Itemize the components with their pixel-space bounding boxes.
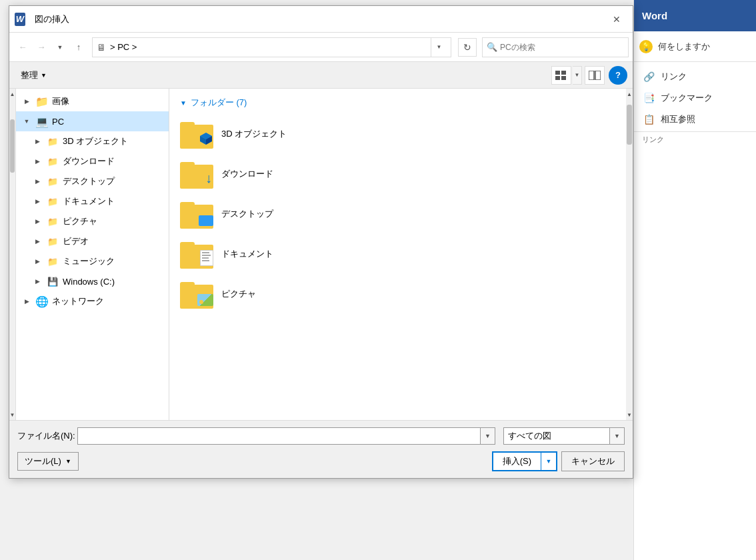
word-panel: Word 💡 何をしますか 🔗 リンク 📑 ブックマーク 📋 相互参照 リンク [633,0,756,560]
sidebar-item-3d[interactable]: ▶ 📁 3D オブジェクト [16,131,169,151]
pictures-expander: ▶ [32,216,43,227]
3d-label: 3D オブジェクト [63,135,128,147]
crossref-icon: 📋 [642,113,655,126]
file-area-scroll-track [626,99,633,409]
help-button[interactable]: ? [609,66,627,85]
filetype-display: すべての図 [503,427,610,445]
sidebar-item-music[interactable]: ▶ 📁 ミュージック [16,251,169,271]
item-desktop-label: デスクトップ [221,208,273,220]
pc-label: PC [52,117,64,127]
view-mode-button[interactable] [551,66,571,85]
list-item-documents[interactable]: ドキュメント [175,234,621,274]
organize-toolbar: 整理 ▼ ▼ ? [9,62,633,89]
file-area: ▼ フォルダー (7) 3D [169,89,626,420]
organize-button[interactable]: 整理 ▼ [15,66,53,85]
filetype-label: すべての図 [508,430,551,442]
sidebar-item-pc[interactable]: ▼ 💻 PC [16,111,169,131]
menu-item-bookmark[interactable]: 📑 ブックマーク [634,87,756,109]
sidebar-scroll-up[interactable]: ▲ [9,89,15,99]
sidebar-scroll-down[interactable]: ▼ [9,409,15,420]
menu-item-link[interactable]: 🔗 リンク [634,66,756,87]
filetype-dropdown-button[interactable]: ▼ [610,427,625,445]
svg-rect-2 [555,76,560,80]
list-item-pictures[interactable]: ピクチャ [175,274,621,314]
images-expander: ▶ [21,96,32,107]
network-icon: 🌐 [35,294,49,309]
sidebar-item-images[interactable]: ▶ 📁 画像 [16,91,169,111]
word-section-label: リンク [634,131,756,147]
insert-label: 挿入(S) [503,455,531,467]
sidebar: ▶ 📁 画像 ▼ 💻 PC ▶ 📁 3D オブジェクト ▶ 📁 ダウンロード [16,89,169,420]
3d-folder-icon: 📁 [45,134,60,149]
folder-icon-3d [180,119,215,149]
list-item-download[interactable]: ↓ ダウンロード [175,154,621,194]
file-area-scroll-thumb[interactable] [627,105,632,145]
download-overlay-icon: ↓ [205,171,212,186]
menu-crossref-label: 相互参照 [661,113,695,125]
file-area-scrollbar: ▲ ▼ [626,89,633,420]
organize-label: 整理 [21,69,38,81]
back-button[interactable]: ← [13,38,32,57]
menu-item-crossref[interactable]: 📋 相互参照 [634,109,756,130]
download-label: ダウンロード [63,155,115,167]
view-dropdown-button[interactable]: ▼ [573,66,582,85]
forward-dropdown-button[interactable]: ▼ [51,38,69,57]
file-area-scroll-up[interactable]: ▲ [626,89,633,99]
lightbulb-icon: 💡 [639,40,653,53]
dialog-titlebar: W 図の挿入 ✕ [9,6,633,33]
filename-input[interactable] [77,427,481,445]
tools-arrow: ▼ [65,458,71,465]
tools-button[interactable]: ツール(L) ▼ [17,452,79,471]
doc-overlay-icon [200,250,213,266]
pictures-label: ピクチャ [63,215,97,227]
word-menu-list: 🔗 リンク 📑 ブックマーク 📋 相互参照 リンク [634,62,756,151]
sidebar-item-documents[interactable]: ▶ 📁 ドキュメント [16,191,169,211]
item-download-label: ダウンロード [221,168,273,180]
word-tell-me[interactable]: 💡 何をしますか [634,31,756,62]
sidebar-item-pictures[interactable]: ▶ 📁 ピクチャ [16,211,169,231]
address-bar[interactable]: 🖥 > PC > ▼ [92,37,451,57]
sidebar-scroll-thumb[interactable] [10,119,15,173]
forward-button[interactable]: → [32,38,51,57]
sidebar-item-windows[interactable]: ▶ 💾 Windows (C:) [16,271,169,291]
insert-dropdown-button[interactable]: ▼ [541,453,556,470]
item-3d-label: 3D オブジェクト [221,128,287,140]
item-documents-label: ドキュメント [221,248,273,260]
refresh-button[interactable]: ↻ [458,38,477,57]
sidebar-item-download[interactable]: ▶ 📁 ダウンロード [16,151,169,171]
search-bar: 🔍 [482,37,629,57]
close-button[interactable]: ✕ [606,9,627,30]
list-item-desktop[interactable]: デスクトップ [175,194,621,234]
preview-pane-button[interactable] [585,66,605,85]
pc-icon: 💻 [35,114,49,129]
svg-rect-4 [589,71,594,80]
music-folder-icon: 📁 [45,254,60,269]
desktop-label: デスクトップ [63,175,115,187]
tools-label: ツール(L) [25,455,61,467]
download-folder-icon: 📁 [45,154,60,169]
filetype-container: すべての図 ▼ [503,427,625,445]
dialog-nav-toolbar: ← → ▼ ↑ 🖥 > PC > ▼ ↻ 🔍 [9,33,633,62]
svg-rect-1 [561,71,566,75]
list-item-3d[interactable]: 3D オブジェクト [175,114,621,154]
folder-icon-pictures [180,279,215,309]
cancel-button[interactable]: キャンセル [561,451,625,471]
file-area-scroll-down[interactable]: ▼ [626,409,633,420]
address-dropdown-button[interactable]: ▼ [431,38,447,57]
search-input[interactable] [500,43,624,52]
sidebar-item-desktop[interactable]: ▶ 📁 デスクトップ [16,171,169,191]
up-button[interactable]: ↑ [69,38,88,57]
insert-image-dialog: W 図の挿入 ✕ ← → ▼ ↑ 🖥 > PC > ▼ ↻ 🔍 整理 ▼ [9,5,633,479]
sidebar-item-network[interactable]: ▶ 🌐 ネットワーク [16,291,169,311]
insert-button[interactable]: 挿入(S) ▼ [492,451,557,471]
button-row: ツール(L) ▼ 挿入(S) ▼ キャンセル [17,451,625,471]
music-expander: ▶ [32,256,43,267]
word-title: Word [642,10,667,21]
insert-main-button[interactable]: 挿入(S) [493,453,541,470]
network-expander: ▶ [21,296,32,307]
svg-rect-5 [595,71,601,80]
sidebar-scrollbar: ▲ ▼ [9,89,16,420]
sidebar-item-videos[interactable]: ▶ 📁 ビデオ [16,231,169,251]
3d-expander: ▶ [32,136,43,147]
filename-dropdown-button[interactable]: ▼ [481,427,495,445]
